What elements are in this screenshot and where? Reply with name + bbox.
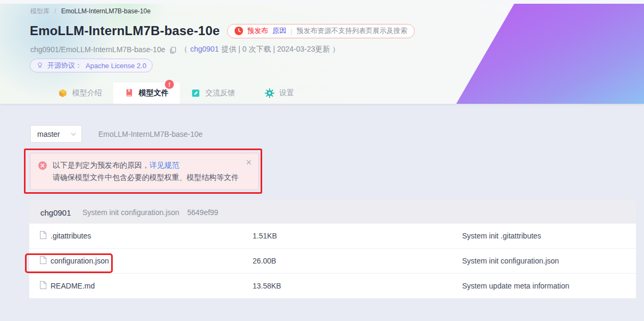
error-icon bbox=[38, 161, 47, 174]
table-row: .gitattributes 1.51KB System init .gitat… bbox=[29, 224, 636, 249]
prerelease-reason-link[interactable]: 原因 bbox=[272, 26, 286, 36]
file-commit-message: System init .gitattributes bbox=[462, 232, 541, 240]
provider-link[interactable]: chg0901 bbox=[190, 45, 219, 54]
cube-icon bbox=[58, 88, 68, 98]
table-row: configuration.json 26.00B System init co… bbox=[29, 249, 636, 274]
prerelease-status-label: 预发布 bbox=[247, 26, 268, 36]
license-label: 开源协议： bbox=[47, 61, 82, 70]
file-commit-message: System update meta information bbox=[462, 282, 570, 290]
meta-open-paren: （ bbox=[180, 45, 188, 54]
tab-bar: 模型介绍 模型文件 ! 交流反馈 设置 bbox=[47, 83, 313, 104]
alert-line1: 以下是判定为预发布的原因，详见规范 bbox=[53, 159, 242, 171]
commit-hash: 5649ef99 bbox=[187, 208, 218, 217]
branch-selector[interactable]: master bbox=[30, 125, 82, 143]
file-commit-message: System init configuration.json bbox=[462, 257, 559, 265]
breadcrumb: 模型库 / EmoLLM-InternLM7B-base-10e bbox=[30, 7, 150, 16]
tab-label: 交流反馈 bbox=[205, 88, 235, 98]
gear-icon bbox=[265, 88, 274, 98]
tab-model-intro[interactable]: 模型介绍 bbox=[47, 83, 113, 104]
alert-text-1: 以下是判定为预发布的原因， bbox=[53, 161, 149, 169]
license-chip[interactable]: 开源协议： Apache License 2.0 bbox=[30, 59, 153, 72]
clock-icon bbox=[235, 27, 243, 35]
repo-path: chg0901/EmoLLM-InternLM7B-base-10e bbox=[30, 45, 165, 54]
medal-icon bbox=[36, 62, 44, 69]
file-name-link[interactable]: .gitattributes bbox=[51, 232, 91, 240]
file-icon bbox=[39, 281, 47, 291]
alert-line2: 请确保模型文件中包含必要的模型权重、模型结构等文件 bbox=[53, 171, 242, 184]
tab-label: 设置 bbox=[279, 88, 294, 98]
file-icon bbox=[39, 256, 47, 266]
prerelease-badge: 预发布 原因 | 预发布资源不支持列表页展示及搜索 bbox=[227, 24, 414, 38]
file-table: chg0901 System init configuration.json 5… bbox=[29, 201, 636, 299]
purple-gradient-decoration bbox=[453, 4, 644, 104]
notification-badge: ! bbox=[165, 80, 174, 89]
file-size: 13.58KB bbox=[253, 282, 281, 290]
license-value: Apache License 2.0 bbox=[86, 62, 146, 70]
breadcrumb-root[interactable]: 模型库 bbox=[30, 7, 49, 15]
tab-settings[interactable]: 设置 bbox=[246, 83, 313, 104]
book-icon bbox=[124, 88, 134, 98]
file-size: 1.51KB bbox=[253, 232, 277, 240]
badge-divider: | bbox=[290, 27, 292, 35]
file-name-link[interactable]: README.md bbox=[51, 282, 95, 290]
tab-feedback[interactable]: 交流反馈 bbox=[180, 83, 246, 104]
page-header: 模型库 / EmoLLM-InternLM7B-base-10e EmoLLM-… bbox=[0, 0, 644, 104]
commit-author[interactable]: chg0901 bbox=[40, 208, 71, 217]
branch-name: master bbox=[37, 130, 60, 138]
prerelease-alert: 以下是判定为预发布的原因，详见规范 请确保模型文件中包含必要的模型权重、模型结构… bbox=[30, 153, 259, 190]
prerelease-note: 预发布资源不支持列表页展示及搜索 bbox=[297, 26, 407, 36]
spec-link[interactable]: 详见规范 bbox=[149, 161, 179, 169]
commit-message: System init configuration.json bbox=[82, 208, 179, 217]
tab-model-files[interactable]: 模型文件 ! bbox=[113, 83, 180, 104]
model-repo-page: 模型库 / EmoLLM-InternLM7B-base-10e EmoLLM-… bbox=[0, 0, 644, 321]
chevron-down-icon bbox=[70, 131, 77, 137]
file-name-link[interactable]: configuration.json bbox=[51, 257, 109, 265]
file-icon bbox=[39, 231, 47, 241]
breadcrumb-current: EmoLLM-InternLM7B-base-10e bbox=[61, 7, 150, 15]
file-size: 26.00B bbox=[253, 257, 276, 265]
tab-label: 模型介绍 bbox=[72, 88, 102, 98]
top-strip bbox=[0, 0, 644, 4]
title-row: EmoLLM-InternLM7B-base-10e 预发布 原因 | 预发布资… bbox=[30, 23, 415, 38]
repo-line: chg0901/EmoLLM-InternLM7B-base-10e （ chg… bbox=[30, 45, 339, 54]
tab-label: 模型文件 bbox=[139, 88, 169, 98]
repo-meta: （ chg0901 提供 | 0 次下载 | 2024-03-23更新 ） bbox=[180, 45, 340, 54]
page-title: EmoLLM-InternLM7B-base-10e bbox=[30, 23, 220, 38]
edit-icon bbox=[191, 88, 200, 98]
commit-header: chg0901 System init configuration.json 5… bbox=[29, 201, 636, 224]
breadcrumb-separator: / bbox=[54, 7, 56, 15]
copy-icon[interactable] bbox=[169, 46, 177, 54]
current-repo-name: EmoLLM-InternLM7B-base-10e bbox=[98, 130, 203, 138]
meta-stats: 提供 | 0 次下载 | 2024-03-23更新 ） bbox=[221, 45, 339, 54]
close-icon[interactable]: × bbox=[246, 158, 252, 167]
table-row: README.md 13.58KB System update meta inf… bbox=[29, 274, 636, 299]
